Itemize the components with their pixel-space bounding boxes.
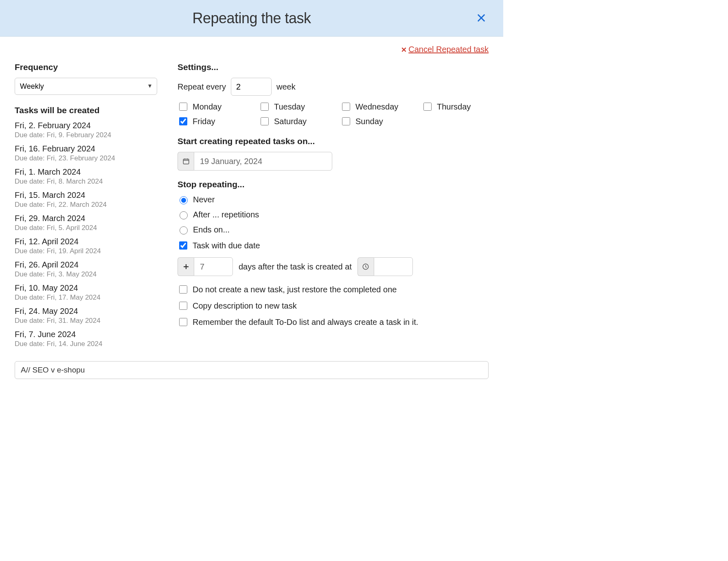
dialog-header: Repeating the task bbox=[0, 0, 503, 37]
stop-after-radio[interactable] bbox=[180, 211, 188, 219]
start-heading: Start creating repeated tasks on... bbox=[178, 136, 489, 146]
task-due: Due date: Fri, 22. March 2024 bbox=[15, 201, 157, 209]
stop-never-label: Never bbox=[193, 195, 215, 204]
weekday-option[interactable]: Friday bbox=[178, 116, 259, 127]
option-checkbox[interactable] bbox=[179, 318, 187, 326]
weekday-grid: MondayTuesdayWednesdayThursdayFridaySatu… bbox=[178, 101, 489, 127]
repeat-every-input[interactable] bbox=[231, 78, 272, 96]
weekday-option[interactable]: Tuesday bbox=[259, 101, 340, 112]
stop-heading: Stop repeating... bbox=[178, 180, 489, 189]
weekday-label: Saturday bbox=[274, 117, 307, 126]
weekday-checkbox[interactable] bbox=[342, 103, 350, 111]
weekday-label: Monday bbox=[193, 102, 221, 112]
task-date: Fri, 2. February 2024 bbox=[15, 121, 157, 130]
bottom-text-input[interactable] bbox=[15, 361, 489, 379]
calendar-icon bbox=[178, 152, 194, 171]
stop-endson-label: Ends on... bbox=[193, 225, 230, 234]
task-preview-item: Fri, 7. June 2024Due date: Fri, 14. June… bbox=[15, 330, 157, 348]
options-list: Do not create a new task, just restore t… bbox=[178, 284, 489, 327]
task-preview-item: Fri, 10. May 2024Due date: Fri, 17. May … bbox=[15, 283, 157, 302]
task-due: Due date: Fri, 3. May 2024 bbox=[15, 270, 157, 278]
frequency-select[interactable]: Weekly bbox=[15, 78, 157, 95]
task-date: Fri, 26. April 2024 bbox=[15, 260, 157, 270]
due-days-suffix: days after the task is created at bbox=[239, 262, 352, 272]
task-preview-list: Fri, 2. February 2024Due date: Fri, 9. F… bbox=[15, 121, 157, 348]
option-checkbox[interactable] bbox=[179, 302, 187, 310]
task-preview-item: Fri, 1. March 2024Due date: Fri, 8. Marc… bbox=[15, 167, 157, 186]
stop-never-radio[interactable] bbox=[180, 196, 188, 204]
task-due: Due date: Fri, 23. February 2024 bbox=[15, 154, 157, 162]
task-due: Due date: Fri, 14. June 2024 bbox=[15, 340, 157, 348]
option-row[interactable]: Copy description to new task bbox=[178, 300, 489, 311]
preview-heading: Tasks will be created bbox=[15, 105, 157, 115]
svg-rect-0 bbox=[183, 159, 189, 164]
settings-heading: Settings... bbox=[178, 62, 489, 72]
weekday-checkbox[interactable] bbox=[342, 117, 350, 125]
task-due: Due date: Fri, 5. April 2024 bbox=[15, 224, 157, 232]
task-preview-item: Fri, 15. March 2024Due date: Fri, 22. Ma… bbox=[15, 191, 157, 209]
task-due: Due date: Fri, 8. March 2024 bbox=[15, 178, 157, 186]
weekday-checkbox[interactable] bbox=[261, 103, 269, 111]
cancel-repeated-link[interactable]: Cancel Repeated task bbox=[401, 45, 489, 54]
task-due: Due date: Fri, 9. February 2024 bbox=[15, 131, 157, 139]
task-preview-item: Fri, 12. April 2024Due date: Fri, 19. Ap… bbox=[15, 237, 157, 255]
task-date: Fri, 7. June 2024 bbox=[15, 330, 157, 339]
task-due: Due date: Fri, 17. May 2024 bbox=[15, 294, 157, 302]
task-due: Due date: Fri, 31. May 2024 bbox=[15, 317, 157, 325]
close-button[interactable] bbox=[476, 12, 487, 24]
option-label: Remember the default To-Do list and alwa… bbox=[193, 318, 418, 327]
weekday-label: Tuesday bbox=[274, 102, 305, 112]
weekday-option[interactable]: Thursday bbox=[422, 101, 487, 112]
weekday-option[interactable]: Monday bbox=[178, 101, 259, 112]
cancel-repeated-label: Cancel Repeated task bbox=[408, 45, 489, 54]
start-date-input[interactable] bbox=[194, 152, 332, 171]
task-due: Due date: Fri, 19. April 2024 bbox=[15, 247, 157, 255]
task-date: Fri, 16. February 2024 bbox=[15, 144, 157, 153]
weekday-label: Sunday bbox=[355, 117, 383, 126]
task-preview-item: Fri, 2. February 2024Due date: Fri, 9. F… bbox=[15, 121, 157, 139]
due-days-input[interactable] bbox=[194, 257, 233, 276]
repeat-every-label: Repeat every bbox=[178, 82, 226, 92]
weekday-checkbox[interactable] bbox=[423, 103, 432, 111]
weekday-option[interactable]: Wednesday bbox=[340, 101, 422, 112]
task-date: Fri, 1. March 2024 bbox=[15, 167, 157, 177]
task-preview-item: Fri, 16. February 2024Due date: Fri, 23.… bbox=[15, 144, 157, 162]
stop-endson-radio[interactable] bbox=[180, 226, 188, 234]
task-date: Fri, 24. May 2024 bbox=[15, 307, 157, 316]
task-date: Fri, 12. April 2024 bbox=[15, 237, 157, 246]
due-date-label: Task with due date bbox=[193, 241, 260, 250]
weekday-option[interactable]: Sunday bbox=[340, 116, 422, 127]
repeat-every-unit: week bbox=[276, 82, 296, 92]
clock-icon bbox=[357, 257, 374, 276]
task-preview-item: Fri, 24. May 2024Due date: Fri, 31. May … bbox=[15, 307, 157, 325]
weekday-label: Wednesday bbox=[355, 102, 398, 112]
frequency-heading: Frequency bbox=[15, 62, 157, 72]
due-date-checkbox[interactable] bbox=[179, 241, 187, 250]
dialog-title: Repeating the task bbox=[0, 10, 503, 27]
weekday-label: Thursday bbox=[437, 102, 471, 112]
plus-icon bbox=[178, 257, 194, 276]
weekday-checkbox[interactable] bbox=[261, 117, 269, 125]
due-time-input[interactable] bbox=[374, 257, 413, 276]
x-icon bbox=[401, 47, 407, 53]
task-preview-item: Fri, 29. March 2024Due date: Fri, 5. Apr… bbox=[15, 214, 157, 232]
option-row[interactable]: Remember the default To-Do list and alwa… bbox=[178, 317, 489, 327]
option-checkbox[interactable] bbox=[179, 285, 187, 294]
option-label: Do not create a new task, just restore t… bbox=[193, 285, 397, 294]
weekday-checkbox[interactable] bbox=[179, 103, 187, 111]
stop-after-label: After ... repetitions bbox=[193, 210, 259, 219]
task-date: Fri, 10. May 2024 bbox=[15, 283, 157, 293]
option-row[interactable]: Do not create a new task, just restore t… bbox=[178, 284, 489, 295]
weekday-option[interactable]: Saturday bbox=[259, 116, 340, 127]
task-preview-item: Fri, 26. April 2024Due date: Fri, 3. May… bbox=[15, 260, 157, 278]
task-date: Fri, 29. March 2024 bbox=[15, 214, 157, 223]
option-label: Copy description to new task bbox=[193, 301, 297, 311]
task-date: Fri, 15. March 2024 bbox=[15, 191, 157, 200]
close-icon bbox=[476, 12, 487, 24]
weekday-label: Friday bbox=[193, 117, 215, 126]
weekday-checkbox[interactable] bbox=[179, 117, 187, 125]
